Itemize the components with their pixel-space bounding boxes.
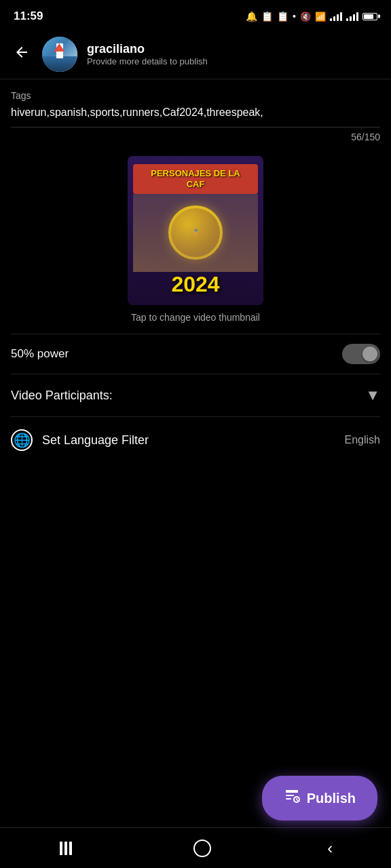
nav-bar: ‹	[0, 827, 391, 868]
status-time: 11:59	[14, 9, 43, 23]
publish-button[interactable]: Publish	[262, 776, 377, 821]
nav-back-button[interactable]: ‹	[314, 833, 346, 863]
dot-indicator: •	[293, 11, 296, 22]
publish-icon	[284, 788, 300, 808]
thumb-title-box: PERSONAJES DE LA CAF	[133, 164, 258, 193]
wifi-icon: 📶	[315, 12, 326, 22]
mute-icon: 🔇	[300, 12, 311, 22]
toggle-knob	[362, 347, 377, 361]
thumb-title-line2: CAF	[138, 179, 253, 190]
nav-back-arrow: ‹	[327, 839, 333, 858]
thumbnail-container[interactable]: PERSONAJES DE LA CAF 🏅 2024 Tap to chang…	[11, 156, 380, 323]
signal-bar-4	[340, 12, 342, 21]
language-filter-label: Set Language Filter	[42, 433, 149, 448]
power-row: 50% power	[11, 334, 380, 374]
svg-rect-6	[60, 842, 62, 855]
nav-home-button[interactable]	[180, 834, 225, 863]
header-text: graciliano Provide more details to publi…	[87, 42, 208, 66]
copy-icon-1: 🔔	[246, 11, 257, 22]
avatar-image	[42, 37, 77, 72]
signal-bar2-4	[356, 12, 358, 21]
thumb-year: 2024	[171, 272, 219, 297]
avatar	[42, 37, 77, 72]
status-icons: 🔔 📋 📋 • 🔇 📶	[246, 11, 377, 22]
signal-bar2-1	[346, 18, 348, 21]
globe-symbol: 🌐	[14, 432, 31, 448]
battery-icon	[362, 13, 377, 20]
thumb-bg: PERSONAJES DE LA CAF 🏅 2024	[128, 156, 263, 305]
video-participants-label: Video Participants:	[11, 389, 113, 403]
publish-label: Publish	[307, 791, 356, 806]
copy-icon-2: 📋	[261, 11, 273, 22]
video-participants-row[interactable]: Video Participants: ▼	[11, 374, 380, 416]
header-subtitle: Provide more details to publish	[87, 56, 208, 66]
status-bar: 11:59 🔔 📋 📋 • 🔇 📶	[0, 0, 391, 30]
svg-rect-1	[286, 795, 294, 796]
battery-fill	[364, 14, 373, 19]
language-value: English	[345, 434, 380, 446]
signal-bar-3	[337, 14, 339, 21]
svg-line-5	[297, 800, 298, 801]
header-username: graciliano	[87, 42, 208, 56]
main-content: Tags hiverun,spanish,sports,runners,Caf2…	[0, 79, 391, 463]
tags-label: Tags	[11, 90, 380, 101]
thumbnail-caption: Tap to change video thumbnail	[131, 312, 260, 323]
back-button[interactable]	[11, 41, 33, 67]
char-count: 56/150	[11, 127, 380, 151]
publish-button-container: Publish	[262, 776, 377, 821]
svg-rect-0	[286, 790, 298, 793]
signal-bar2-3	[353, 14, 355, 21]
signal-bars-2	[346, 12, 358, 21]
language-left: 🌐 Set Language Filter	[11, 429, 149, 451]
signal-bar-2	[333, 16, 335, 21]
signal-bar2-2	[350, 16, 352, 21]
video-thumbnail[interactable]: PERSONAJES DE LA CAF 🏅 2024	[128, 156, 263, 305]
signal-bar-1	[330, 18, 332, 21]
header: graciliano Provide more details to publi…	[0, 30, 391, 79]
chevron-down-icon[interactable]: ▼	[365, 387, 380, 404]
thumb-title-line1: PERSONAJES DE LA	[138, 168, 253, 179]
svg-rect-8	[69, 842, 72, 855]
globe-icon: 🌐	[11, 429, 33, 451]
svg-rect-2	[286, 798, 291, 800]
copy-icon-3: 📋	[277, 11, 288, 22]
nav-home-circle	[193, 840, 211, 857]
signal-bars	[330, 12, 342, 21]
power-label: 50% power	[11, 347, 69, 361]
nav-menu-button[interactable]	[45, 836, 91, 861]
language-filter-row[interactable]: 🌐 Set Language Filter English	[11, 416, 380, 463]
tags-value[interactable]: hiverun,spanish,sports,runners,Caf2024,t…	[11, 105, 380, 127]
power-toggle[interactable]	[342, 344, 380, 364]
svg-rect-7	[64, 842, 67, 855]
